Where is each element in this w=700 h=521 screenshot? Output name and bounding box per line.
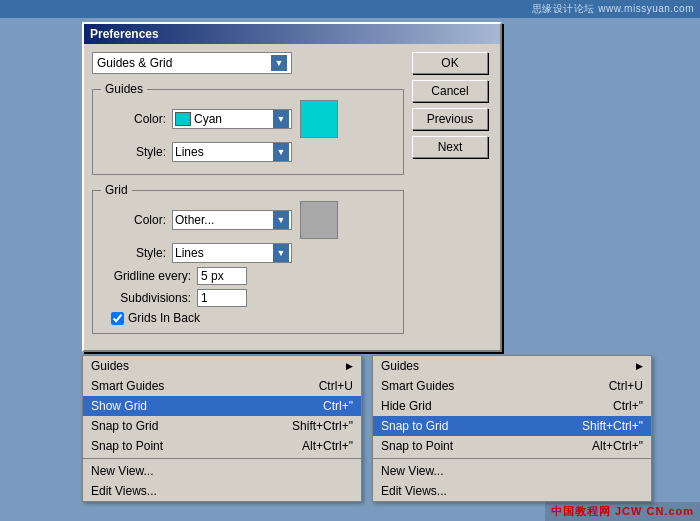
category-dropdown[interactable]: Guides & Grid ▼	[92, 52, 292, 74]
menu-item[interactable]: Guides	[83, 356, 361, 376]
top-bar: 思缘设计论坛 www.missyuan.com	[0, 0, 700, 18]
menu-item-shortcut: Shift+Ctrl+"	[292, 419, 353, 433]
grid-style-row: Style: Lines ▼	[101, 243, 395, 263]
subdivisions-row: Subdivisions:	[101, 289, 395, 307]
guides-color-preview	[300, 100, 338, 138]
menu-item-label: New View...	[91, 464, 353, 478]
category-row: Guides & Grid ▼	[92, 52, 404, 74]
menu-item[interactable]: New View...	[83, 461, 361, 481]
watermark: 中国教程网 JCW CN.com	[545, 502, 700, 521]
menu-item[interactable]: Smart GuidesCtrl+U	[83, 376, 361, 396]
guides-group: Guides Color: Cyan ▼ Style: Lines ▼	[92, 82, 404, 175]
guides-style-row: Style: Lines ▼	[101, 142, 395, 162]
grid-style-dropdown[interactable]: Lines ▼	[172, 243, 292, 263]
previous-button[interactable]: Previous	[412, 108, 488, 130]
preferences-dialog: Preferences Guides & Grid ▼ Guides Color…	[82, 22, 502, 352]
menu-item[interactable]: Edit Views...	[83, 481, 361, 501]
menu-item[interactable]: Snap to GridShift+Ctrl+"	[373, 416, 651, 436]
menu-separator	[83, 458, 361, 459]
menu-item[interactable]: Snap to PointAlt+Ctrl+"	[83, 436, 361, 456]
guides-color-dropdown[interactable]: Cyan ▼	[172, 109, 292, 129]
grid-color-preview	[300, 201, 338, 239]
menu-item-shortcut: Ctrl+"	[613, 399, 643, 413]
guides-style-dropdown[interactable]: Lines ▼	[172, 142, 292, 162]
grid-color-arrow-icon[interactable]: ▼	[273, 211, 289, 229]
grid-color-value: Other...	[175, 213, 273, 227]
right-context-menu: GuidesSmart GuidesCtrl+UHide GridCtrl+"S…	[372, 355, 652, 502]
subdivisions-label: Subdivisions:	[101, 291, 191, 305]
dialog-title: Preferences	[90, 27, 159, 41]
menu-item-shortcut: Ctrl+U	[609, 379, 643, 393]
guides-color-row: Color: Cyan ▼	[101, 100, 395, 138]
category-arrow-icon[interactable]: ▼	[271, 55, 287, 71]
menu-item-label: Edit Views...	[381, 484, 643, 498]
grid-color-dropdown[interactable]: Other... ▼	[172, 210, 292, 230]
dialog-buttons: OK Cancel Previous Next	[412, 52, 492, 342]
grid-style-value: Lines	[175, 246, 273, 260]
grids-back-row: Grids In Back	[111, 311, 395, 325]
menu-item[interactable]: Guides	[373, 356, 651, 376]
cancel-button[interactable]: Cancel	[412, 80, 488, 102]
dialog-left: Guides & Grid ▼ Guides Color: Cyan ▼	[92, 52, 404, 342]
menu-item-label: Guides	[381, 359, 632, 373]
menu-item[interactable]: Edit Views...	[373, 481, 651, 501]
guides-color-value: Cyan	[194, 112, 273, 126]
guides-style-value: Lines	[175, 145, 273, 159]
grids-back-checkbox[interactable]	[111, 312, 124, 325]
gridline-input[interactable]	[197, 267, 247, 285]
menu-item-label: Snap to Point	[381, 439, 592, 453]
menu-item-label: Snap to Grid	[91, 419, 292, 433]
category-value: Guides & Grid	[97, 56, 271, 70]
menu-item-label: Snap to Point	[91, 439, 302, 453]
left-context-menu: GuidesSmart GuidesCtrl+UShow GridCtrl+"S…	[82, 355, 362, 502]
subdivisions-input[interactable]	[197, 289, 247, 307]
menu-item-label: Show Grid	[91, 399, 323, 413]
dialog-titlebar: Preferences	[84, 24, 500, 44]
context-menus: GuidesSmart GuidesCtrl+UShow GridCtrl+"S…	[82, 355, 662, 502]
menu-item[interactable]: Smart GuidesCtrl+U	[373, 376, 651, 396]
next-button[interactable]: Next	[412, 136, 488, 158]
menu-item-shortcut: Alt+Ctrl+"	[302, 439, 353, 453]
menu-item[interactable]: Snap to PointAlt+Ctrl+"	[373, 436, 651, 456]
guides-color-arrow-icon[interactable]: ▼	[273, 110, 289, 128]
menu-item-label: Edit Views...	[91, 484, 353, 498]
guides-legend: Guides	[101, 82, 147, 96]
menu-item-label: Snap to Grid	[381, 419, 582, 433]
menu-item-shortcut: Ctrl+"	[323, 399, 353, 413]
menu-separator	[373, 458, 651, 459]
menu-item-label: Smart Guides	[91, 379, 319, 393]
guides-style-label: Style:	[101, 145, 166, 159]
grid-color-label: Color:	[101, 213, 166, 227]
menu-item[interactable]: New View...	[373, 461, 651, 481]
menu-item-shortcut: Alt+Ctrl+"	[592, 439, 643, 453]
grid-legend: Grid	[101, 183, 132, 197]
menu-item[interactable]: Hide GridCtrl+"	[373, 396, 651, 416]
menu-item-shortcut: Ctrl+U	[319, 379, 353, 393]
grid-group: Grid Color: Other... ▼ Style: Lines ▼	[92, 183, 404, 334]
menu-item-label: New View...	[381, 464, 643, 478]
menu-item-shortcut: Shift+Ctrl+"	[582, 419, 643, 433]
menu-item[interactable]: Snap to GridShift+Ctrl+"	[83, 416, 361, 436]
guides-style-arrow-icon[interactable]: ▼	[273, 143, 289, 161]
dialog-body: Guides & Grid ▼ Guides Color: Cyan ▼	[84, 44, 500, 350]
menu-item-label: Hide Grid	[381, 399, 613, 413]
top-bar-text: 思缘设计论坛 www.missyuan.com	[532, 2, 694, 16]
menu-item-label: Smart Guides	[381, 379, 609, 393]
grid-style-arrow-icon[interactable]: ▼	[273, 244, 289, 262]
grids-back-label: Grids In Back	[128, 311, 200, 325]
gridline-label: Gridline every:	[101, 269, 191, 283]
menu-item-label: Guides	[91, 359, 342, 373]
menu-item[interactable]: Show GridCtrl+"	[83, 396, 361, 416]
grid-style-label: Style:	[101, 246, 166, 260]
guides-color-label: Color:	[101, 112, 166, 126]
gridline-row: Gridline every:	[101, 267, 395, 285]
grid-color-row: Color: Other... ▼	[101, 201, 395, 239]
ok-button[interactable]: OK	[412, 52, 488, 74]
guides-color-swatch	[175, 112, 191, 126]
